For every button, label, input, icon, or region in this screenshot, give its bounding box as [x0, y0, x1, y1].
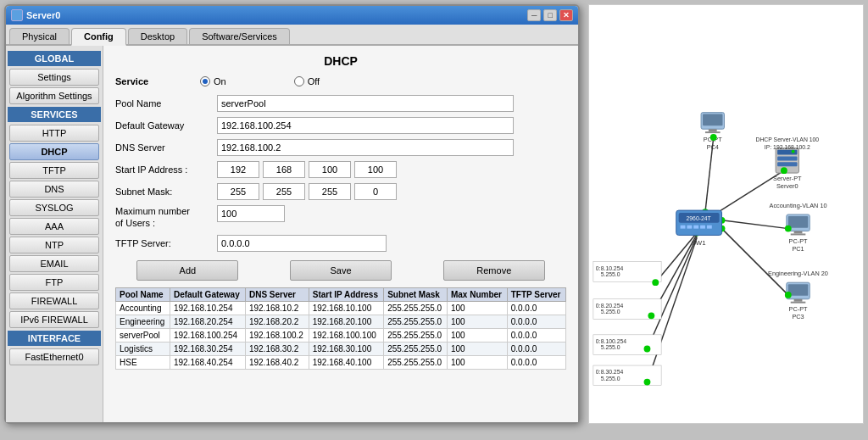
table-cell: 192.168.20.254: [170, 315, 245, 328]
tftp-input[interactable]: [217, 235, 387, 252]
save-button[interactable]: Save: [290, 260, 392, 281]
subnet-4[interactable]: [354, 183, 397, 200]
svg-point-74: [644, 379, 651, 386]
sidebar-item-http[interactable]: HTTP: [9, 125, 99, 142]
svg-text:5.255.0: 5.255.0: [601, 271, 620, 277]
sidebar-section-services: SERVICES: [8, 107, 101, 122]
table-cell: 100: [447, 328, 507, 342]
radio-on-label: On: [214, 76, 226, 86]
pool-name-input[interactable]: [217, 95, 514, 112]
svg-text:8.20.254: 8.20.254: [601, 303, 624, 309]
svg-text:8.10.254: 8.10.254: [601, 265, 624, 271]
svg-text:PC1: PC1: [793, 245, 804, 253]
network-svg: 2960-24T SW1 Server-PT Server0 DHCP Serv…: [589, 5, 863, 423]
svg-rect-38: [788, 216, 808, 228]
dns-server-input[interactable]: [217, 139, 514, 156]
svg-text:Server-PT: Server-PT: [773, 175, 802, 182]
sidebar-item-email[interactable]: EMAIL: [9, 255, 99, 272]
sidebar-item-dns[interactable]: DNS: [9, 181, 99, 198]
table-cell: 0.0.0.0: [507, 328, 565, 342]
start-ip-4[interactable]: [354, 161, 397, 178]
default-gateway-input[interactable]: [217, 117, 514, 134]
subnet-3[interactable]: [309, 183, 351, 200]
svg-line-3: [722, 229, 788, 295]
table-row: serverPool192.168.100.254192.168.100.219…: [116, 328, 566, 342]
table-cell: 100: [447, 355, 507, 369]
add-button[interactable]: Add: [136, 260, 238, 281]
pool-name-label: Pool Name: [115, 98, 217, 109]
svg-text:PC-PT: PC-PT: [789, 305, 809, 313]
tab-config[interactable]: Config: [71, 28, 126, 46]
sidebar-item-dhcp[interactable]: DHCP: [9, 143, 99, 160]
table-cell: 0.0.0.0: [507, 342, 565, 355]
table-cell: 192.168.100.2: [245, 328, 309, 342]
svg-point-68: [710, 134, 717, 141]
table-cell: 255.255.255.0: [384, 315, 448, 328]
sidebar-item-tftp[interactable]: TFTP: [9, 162, 99, 179]
max-users-input[interactable]: [217, 205, 285, 222]
sidebar-item-syslog[interactable]: SYSLOG: [9, 199, 99, 216]
table-cell: 192.168.10.2: [245, 301, 309, 315]
svg-line-6: [648, 236, 698, 348]
radio-off-circle[interactable]: [294, 76, 304, 86]
sidebar-item-ipv6-firewall[interactable]: IPv6 FIREWALL: [9, 311, 99, 328]
dns-server-label: DNS Server: [115, 142, 217, 153]
radio-off[interactable]: Off: [294, 76, 320, 86]
radio-on-circle[interactable]: [200, 76, 210, 86]
start-ip-fields: [217, 161, 397, 178]
table-cell: 192.168.100.254: [170, 328, 245, 342]
table-cell: 192.168.30.100: [309, 342, 383, 355]
sidebar-item-settings[interactable]: Settings: [9, 69, 99, 86]
table-cell: HSE: [116, 355, 170, 369]
tab-software-services[interactable]: Software/Services: [189, 28, 290, 44]
sidebar-item-ntp[interactable]: NTP: [9, 237, 99, 253]
sidebar-item-algorithm[interactable]: Algorithm Settings: [9, 87, 99, 104]
tab-physical[interactable]: Physical: [9, 28, 70, 44]
sidebar-item-ftp[interactable]: FTP: [9, 274, 99, 291]
svg-text:2960-24T: 2960-24T: [687, 215, 712, 221]
window-title: Server0: [26, 10, 60, 20]
radio-on[interactable]: On: [200, 76, 226, 86]
maximize-button[interactable]: □: [543, 9, 557, 21]
table-row: Logistics192.168.30.254192.168.30.2192.1…: [116, 342, 566, 355]
close-button[interactable]: ✕: [559, 9, 573, 21]
col-tftp-server: TFTP Server: [507, 287, 565, 301]
svg-rect-24: [777, 157, 797, 161]
start-ip-row: Start IP Address :: [115, 161, 566, 178]
svg-point-26: [792, 150, 795, 153]
minimize-button[interactable]: ─: [527, 9, 541, 21]
svg-point-70: [785, 292, 792, 298]
sidebar-item-firewall[interactable]: FIREWALL: [9, 292, 99, 309]
table-cell: 0.0.0.0: [507, 301, 565, 315]
start-ip-1[interactable]: [217, 161, 259, 178]
svg-text:8.100.254: 8.100.254: [601, 338, 627, 344]
svg-rect-17: [687, 226, 693, 229]
start-ip-2[interactable]: [263, 161, 305, 178]
table-cell: 0.0.0.0: [507, 355, 565, 369]
subnet-2[interactable]: [263, 183, 305, 200]
svg-text:5.255.0: 5.255.0: [601, 344, 620, 350]
table-cell: 255.255.255.0: [384, 328, 448, 342]
remove-button[interactable]: Remove: [443, 260, 545, 281]
svg-point-69: [785, 226, 792, 232]
default-gateway-label: Default Gateway: [115, 120, 217, 131]
table-cell: 100: [447, 301, 507, 315]
subnet-1[interactable]: [217, 183, 259, 200]
table-cell: 192.168.30.2: [245, 342, 309, 355]
sidebar: GLOBAL Settings Algorithm Settings SERVI…: [6, 46, 103, 422]
table-cell: 100: [447, 342, 507, 355]
svg-rect-16: [681, 226, 686, 229]
svg-rect-33: [709, 129, 717, 131]
server-icon: [11, 9, 23, 21]
table-cell: 0.0.0.0: [507, 315, 565, 328]
sidebar-item-fastethernet0[interactable]: FastEthernet0: [9, 348, 99, 365]
svg-rect-34: [705, 131, 721, 133]
panel-title: DHCP: [115, 54, 566, 68]
dns-server-row: DNS Server: [115, 139, 566, 156]
sidebar-item-aaa[interactable]: AAA: [9, 218, 99, 235]
tab-desktop[interactable]: Desktop: [128, 28, 187, 44]
col-pool-name: Pool Name: [116, 287, 170, 301]
start-ip-3[interactable]: [309, 161, 351, 178]
pool-name-row: Pool Name: [115, 95, 566, 112]
main-panel: DHCP Service On Off Pool Name: [103, 46, 578, 422]
